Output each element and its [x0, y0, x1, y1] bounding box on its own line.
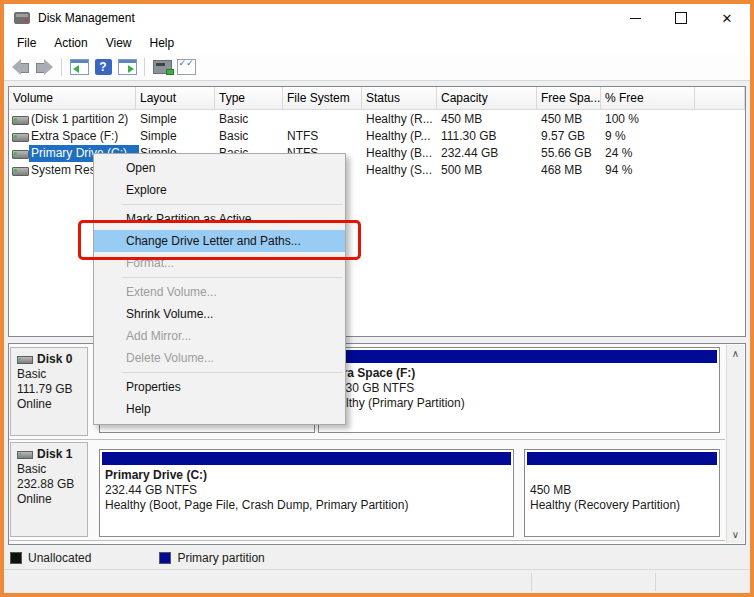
- menu-item-delete-volume: Delete Volume...: [94, 347, 345, 369]
- column-header-type[interactable]: Type: [215, 87, 283, 109]
- legend-label-primary-partition: Primary partition: [177, 551, 264, 565]
- cell-status: Healthy (S...: [362, 162, 437, 179]
- cell-free-space: 9.57 GB: [537, 128, 601, 145]
- table-row[interactable]: (Disk 1 partition 2) Simple Basic Health…: [9, 111, 745, 128]
- cell-layout: Simple: [136, 128, 215, 145]
- titlebar: Disk Management ✕: [4, 4, 750, 32]
- partition-name: Primary Drive (C:): [105, 468, 508, 483]
- menu-item-help[interactable]: Help: [94, 398, 345, 420]
- close-button[interactable]: ✕: [704, 4, 750, 32]
- disk-status: Online: [17, 397, 87, 412]
- options-list-button[interactable]: ✓✓: [174, 56, 198, 78]
- menu-help[interactable]: Help: [141, 33, 184, 53]
- disk-1-row: Disk 1 Basic 232.88 GB Online Primary Dr…: [9, 440, 725, 541]
- legend-bar: Unallocated Primary partition: [8, 548, 746, 568]
- column-header-status[interactable]: Status: [362, 87, 437, 109]
- disk-icon: [17, 356, 33, 364]
- partition-name: Extra Space (F:): [324, 366, 714, 381]
- cell-pct-free: 24 %: [601, 145, 695, 162]
- partition-block[interactable]: 450 MB Healthy (Recovery Partition): [524, 449, 720, 537]
- cell-file-system: NTFS: [283, 128, 362, 145]
- disk-size: 111.79 GB: [17, 382, 87, 397]
- cell-type: Basic: [215, 111, 283, 128]
- volume-icon: [12, 116, 29, 125]
- scroll-up-icon[interactable]: ∧: [727, 345, 744, 362]
- partition-color-bar: [102, 452, 511, 465]
- status-bar-divider: [655, 573, 656, 591]
- close-icon: ✕: [722, 12, 733, 25]
- disk-0-label[interactable]: Disk 0 Basic 111.79 GB Online: [10, 347, 88, 436]
- maximize-button[interactable]: [658, 4, 704, 32]
- disk-type: Basic: [17, 367, 87, 382]
- vertical-scrollbar[interactable]: ∧ ∨: [726, 345, 744, 543]
- toolbar-separator: [144, 58, 145, 76]
- cell-pct-free: 100 %: [601, 111, 695, 128]
- partition-color-bar: [321, 350, 717, 363]
- maximize-icon: [675, 12, 687, 24]
- disk-status: Online: [17, 492, 87, 507]
- cell-free-space: 55.66 GB: [537, 145, 601, 162]
- scroll-down-icon[interactable]: ∨: [727, 526, 744, 543]
- disk-icon: [17, 451, 33, 459]
- volume-list-header: Volume Layout Type File System Status Ca…: [9, 87, 745, 110]
- partition-block[interactable]: Extra Space (F:) 111.30 GB NTFS Healthy …: [318, 347, 720, 433]
- cell-volume: Extra Space (F:): [29, 128, 139, 145]
- volume-icon: [12, 150, 29, 159]
- column-header-layout[interactable]: Layout: [136, 87, 215, 109]
- help-button[interactable]: ?: [91, 56, 115, 78]
- minimize-icon: [630, 18, 641, 19]
- partition-status: Healthy (Primary Partition): [324, 396, 714, 411]
- cell-status: Healthy (P...: [362, 128, 437, 145]
- column-header-volume[interactable]: Volume: [9, 87, 136, 109]
- back-icon: [12, 62, 29, 72]
- status-bar: [4, 569, 750, 594]
- unallocated-color-swatch: [10, 552, 22, 564]
- column-header-file-system[interactable]: File System: [283, 87, 362, 109]
- console-popup-button[interactable]: [150, 56, 174, 78]
- cell-status: Healthy (R...: [362, 111, 437, 128]
- cell-volume: (Disk 1 partition 2): [29, 111, 139, 128]
- disk-1-label[interactable]: Disk 1 Basic 232.88 GB Online: [10, 442, 88, 537]
- table-row[interactable]: Extra Space (F:) Simple Basic NTFS Healt…: [9, 128, 745, 145]
- menu-item-explore[interactable]: Explore: [94, 179, 345, 201]
- menu-item-shrink-volume[interactable]: Shrink Volume...: [94, 303, 345, 325]
- cell-capacity: 450 MB: [437, 111, 537, 128]
- context-menu: Open Explore Mark Partition as Active Ch…: [93, 153, 346, 425]
- menu-item-open[interactable]: Open: [94, 157, 345, 179]
- annotation-highlight-box: [78, 220, 361, 260]
- status-bar-divider: [531, 573, 532, 591]
- cell-status: Healthy (B...: [362, 145, 437, 162]
- partition-size: 232.44 GB NTFS: [105, 483, 508, 498]
- forward-button[interactable]: [32, 56, 56, 78]
- cell-type: Basic: [215, 128, 283, 145]
- window-title: Disk Management: [38, 11, 135, 25]
- disk-name: Disk 1: [37, 447, 72, 462]
- menu-separator: [122, 204, 343, 205]
- menu-bar: File Action View Help: [4, 32, 750, 54]
- console-tree-icon: [70, 59, 89, 75]
- disk-name: Disk 0: [37, 352, 72, 367]
- back-button[interactable]: [8, 56, 32, 78]
- menu-separator: [122, 277, 343, 278]
- partition-block[interactable]: Primary Drive (C:) 232.44 GB NTFS Health…: [99, 449, 514, 537]
- cell-free-space: 450 MB: [537, 111, 601, 128]
- volume-icon: [12, 133, 29, 142]
- primary-partition-color-swatch: [159, 552, 171, 564]
- console-popup-icon: [153, 60, 172, 74]
- cell-capacity: 500 MB: [437, 162, 537, 179]
- menu-view[interactable]: View: [97, 33, 141, 53]
- column-header-capacity[interactable]: Capacity: [437, 87, 537, 109]
- column-header-pct-free[interactable]: % Free: [601, 87, 695, 109]
- partition-status: Healthy (Boot, Page File, Crash Dump, Pr…: [105, 498, 508, 513]
- minimize-button[interactable]: [612, 4, 658, 32]
- menu-action[interactable]: Action: [45, 33, 96, 53]
- menu-file[interactable]: File: [8, 33, 45, 53]
- show-action-pane-button[interactable]: [115, 56, 139, 78]
- menu-item-extend-volume: Extend Volume...: [94, 281, 345, 303]
- column-header-free-space[interactable]: Free Spa...: [537, 87, 601, 109]
- show-console-tree-button[interactable]: [67, 56, 91, 78]
- partition-size: 111.30 GB NTFS: [324, 381, 714, 396]
- toolbar-separator: [61, 58, 62, 76]
- window-controls: ✕: [612, 4, 750, 32]
- menu-item-properties[interactable]: Properties: [94, 376, 345, 398]
